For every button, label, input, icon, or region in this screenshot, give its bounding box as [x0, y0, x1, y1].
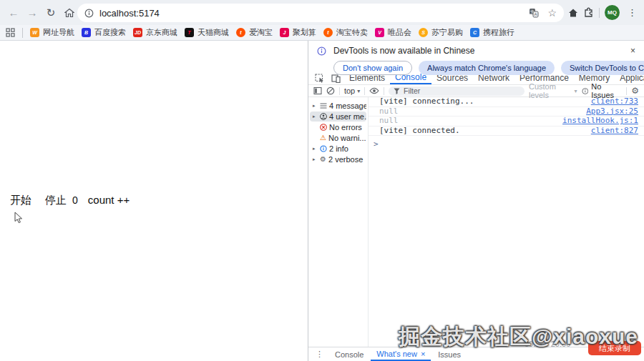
bookmark-item[interactable]: JD京东商城 [133, 27, 177, 38]
bookmark-favicon: S [419, 28, 428, 37]
messages-list-icon [320, 102, 327, 109]
watermark: 掘金技术社区@xiaoxue [399, 322, 638, 352]
user-icon [320, 113, 327, 120]
bookmark-favicon: t [236, 28, 245, 37]
bookmark-item[interactable]: S苏宁易购 [419, 27, 463, 38]
bookmark-favicon: T [185, 28, 194, 37]
bookmark-star-icon[interactable]: ☆ [547, 7, 557, 19]
sidebar-item-info[interactable]: ▸ 2 info [310, 144, 366, 154]
console-message: null App3.jsx:25 [369, 107, 644, 117]
source-link[interactable]: client:827 [591, 127, 638, 135]
bookmark-item[interactable]: J聚划算 [280, 27, 316, 38]
source-link[interactable]: installHook.js:1 [562, 117, 638, 125]
console-prompt[interactable]: > [369, 136, 644, 149]
bookmark-item[interactable]: B百度搜索 [82, 27, 126, 38]
bookmark-favicon: t [323, 28, 333, 37]
console-sidebar-toggle-icon[interactable] [313, 86, 322, 95]
expander-icon[interactable]: ▸ [313, 157, 318, 162]
expander-icon[interactable]: ▸ [313, 114, 318, 119]
console-toolbar: top▾ Filter Custom levels▾ No Issues ⚙ [308, 85, 644, 97]
translate-icon[interactable]: 文A [529, 8, 539, 18]
console-message: null installHook.js:1 [369, 117, 644, 127]
sidebar-item-verbose[interactable]: ▸ ⚙ 2 verbose [310, 154, 366, 164]
bookmark-item[interactable]: t爱淘宝 [236, 27, 273, 38]
bookmark-favicon: B [82, 28, 91, 37]
bookmark-favicon: V [375, 28, 384, 37]
console-message: [vite] connecting... client:733 [369, 97, 644, 107]
sidebar-item-errors[interactable]: No errors [310, 122, 366, 132]
bookmark-favicon: JD [133, 28, 142, 37]
match-language-button[interactable]: Always match Chrome's language [419, 61, 555, 75]
browser-menu-icon[interactable]: ⋮ [625, 7, 640, 18]
page-controls: 开始 停止 0 count ++ [10, 194, 130, 207]
home-extension-icon[interactable] [568, 8, 578, 18]
source-link[interactable]: App3.jsx:25 [586, 107, 638, 116]
forward-icon[interactable]: → [23, 4, 42, 22]
console-sidebar: ▸ 4 messages ▸ 4 user me... No errors ⚠ … [308, 97, 369, 347]
stop-button[interactable]: 停止 [45, 194, 67, 207]
console-settings-icon[interactable]: ⚙ [631, 86, 639, 96]
toolbar-divider [599, 8, 600, 18]
switch-to-chinese-button[interactable]: Switch DevTools to Chinese [561, 61, 644, 75]
increment-button[interactable]: count ++ [88, 194, 130, 206]
sidebar-item-warnings[interactable]: ⚠ No warni... [310, 133, 366, 143]
error-icon [320, 124, 327, 131]
funnel-icon [394, 88, 400, 94]
bookmarks-divider [22, 28, 23, 38]
dont-show-again-button[interactable]: Don't show again [333, 61, 412, 75]
bookmark-item[interactable]: T天猫商城 [185, 27, 229, 38]
bookmark-favicon: C [470, 28, 479, 37]
verbose-icon: ⚙ [320, 156, 326, 163]
bookmark-favicon: J [280, 28, 289, 37]
issues-info-icon [582, 87, 589, 95]
expander-icon[interactable]: ▸ [313, 103, 318, 109]
url-text[interactable]: localhost:5174 [99, 8, 529, 19]
home-icon[interactable] [60, 4, 79, 22]
info-circle-icon [320, 145, 327, 152]
console-filter-input[interactable]: Filter [389, 86, 525, 96]
context-selector[interactable]: top▾ [344, 86, 360, 95]
drawer-menu-icon[interactable]: ⋮ [311, 350, 328, 359]
svg-text:A: A [535, 12, 537, 16]
console-message: [vite] connected. client:827 [369, 127, 644, 137]
apps-grid-icon[interactable] [6, 28, 15, 37]
bookmark-item[interactable]: C携程旅行 [470, 27, 514, 38]
reload-icon[interactable]: ↻ [42, 4, 60, 22]
notification-close-icon[interactable]: × [630, 46, 635, 56]
site-info-icon[interactable] [84, 9, 94, 18]
sidebar-item-user-messages[interactable]: ▸ 4 user me... [310, 112, 366, 122]
back-icon[interactable]: ← [4, 4, 23, 22]
devtools-panel: DevTools is now available in Chinese × D… [308, 41, 644, 361]
bookmark-item[interactable]: V唯品会 [375, 27, 411, 38]
clear-console-icon[interactable] [326, 86, 335, 95]
sidebar-item-all-messages[interactable]: ▸ 4 messages [310, 101, 366, 111]
expander-icon[interactable]: ▸ [313, 146, 318, 152]
warning-icon: ⚠ [320, 134, 326, 142]
bookmark-item[interactable]: t淘宝特卖 [323, 27, 368, 38]
profile-avatar[interactable]: MQ [605, 5, 620, 20]
source-link[interactable]: client:733 [591, 97, 638, 106]
console-messages: [vite] connecting... client:733 null App… [369, 97, 644, 347]
mouse-cursor [14, 212, 23, 224]
bookmark-item[interactable]: W网址导航 [30, 27, 74, 38]
bookmarks-bar: W网址导航 B百度搜索 JD京东商城 T天猫商城 t爱淘宝 J聚划算 t淘宝特卖… [0, 25, 644, 41]
address-bar[interactable]: localhost:5174 文A ☆ [77, 4, 564, 22]
live-expression-eye-icon[interactable] [369, 87, 379, 94]
start-button[interactable]: 开始 [10, 194, 31, 207]
bookmark-favicon: W [30, 28, 39, 37]
browser-toolbar: ← → ↻ localhost:5174 文A ☆ MQ ⋮ [0, 0, 644, 25]
count-value: 0 [72, 194, 78, 206]
info-icon [317, 46, 326, 56]
drawer-tab-console[interactable]: Console [329, 347, 369, 361]
notification-title: DevTools is now available in Chinese [333, 46, 474, 56]
devtools-language-notification: DevTools is now available in Chinese × D… [308, 41, 644, 71]
inspect-element-icon[interactable] [311, 74, 328, 83]
extensions-puzzle-icon[interactable] [583, 7, 594, 18]
